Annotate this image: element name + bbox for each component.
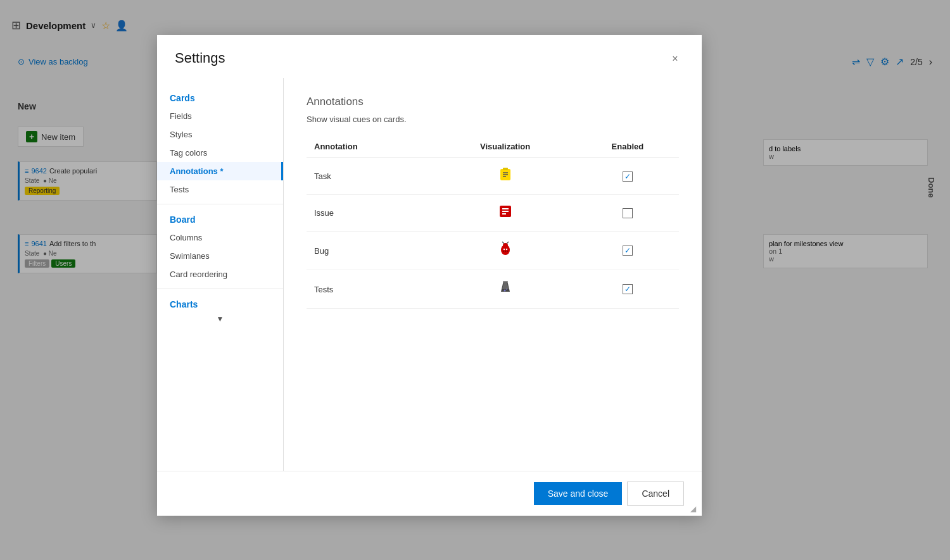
nav-item-card-reordering[interactable]: Card reordering xyxy=(157,265,283,283)
issue-viz-icon xyxy=(498,204,513,222)
svg-point-14 xyxy=(505,251,506,252)
task-checkbox[interactable] xyxy=(623,171,633,182)
annotation-name-task: Task xyxy=(307,158,434,195)
modal-footer: Save and close Cancel xyxy=(157,471,702,516)
svg-point-22 xyxy=(506,289,507,290)
modal-main-content: Annotations Show visual cues on cards. A… xyxy=(284,78,702,471)
cancel-button[interactable]: Cancel xyxy=(627,482,684,506)
svg-rect-1 xyxy=(503,168,508,170)
annotation-viz-issue xyxy=(434,195,576,232)
issue-checkbox[interactable] xyxy=(623,208,633,218)
svg-line-17 xyxy=(507,242,509,244)
annotation-row-bug: Bug xyxy=(307,232,679,270)
svg-rect-20 xyxy=(503,281,508,282)
nav-section-charts: Charts xyxy=(157,294,283,313)
nav-divider-1 xyxy=(157,204,283,204)
nav-item-fields[interactable]: Fields xyxy=(157,107,283,125)
tests-checkbox[interactable] xyxy=(623,284,633,294)
modal-resize-handle[interactable]: ◢ xyxy=(690,504,699,513)
annotation-viz-tests xyxy=(434,270,576,309)
svg-point-11 xyxy=(503,249,504,250)
annotation-enabled-tests[interactable] xyxy=(576,270,679,309)
svg-point-12 xyxy=(505,249,507,250)
tests-viz-icon xyxy=(497,279,514,299)
col-header-enabled: Enabled xyxy=(576,137,679,158)
svg-point-13 xyxy=(503,251,504,252)
svg-line-16 xyxy=(502,242,504,244)
nav-item-tests[interactable]: Tests xyxy=(157,180,283,199)
nav-item-styles[interactable]: Styles xyxy=(157,125,283,144)
annotation-row-tests: Tests xyxy=(307,270,679,309)
annotation-name-tests: Tests xyxy=(307,270,434,309)
annotation-name-bug: Bug xyxy=(307,232,434,270)
modal-body: Cards Fields Styles Tag colors Annotatio… xyxy=(157,78,702,471)
annotation-row-issue: Issue xyxy=(307,195,679,232)
settings-modal: Settings × Cards Fields Styles Tag color… xyxy=(157,35,702,516)
task-viz-icon xyxy=(498,167,513,185)
nav-item-swimlanes[interactable]: Swimlanes xyxy=(157,247,283,265)
content-section-title: Annotations xyxy=(307,96,679,108)
svg-point-15 xyxy=(507,251,508,252)
nav-section-cards: Cards xyxy=(157,88,283,107)
svg-point-21 xyxy=(504,290,505,292)
nav-item-columns[interactable]: Columns xyxy=(157,228,283,247)
annotations-table: Annotation Visualization Enabled Task xyxy=(307,137,679,309)
annotation-enabled-issue[interactable] xyxy=(576,195,679,232)
annotation-row-task: Task xyxy=(307,158,679,195)
annotation-enabled-bug[interactable] xyxy=(576,232,679,270)
nav-divider-2 xyxy=(157,289,283,289)
charts-scroll-arrow[interactable]: ▼ xyxy=(157,313,283,328)
annotation-viz-task xyxy=(434,158,576,195)
save-and-close-button[interactable]: Save and close xyxy=(534,482,623,505)
modal-title: Settings xyxy=(175,50,225,66)
bug-checkbox[interactable] xyxy=(623,246,633,256)
modal-header: Settings × xyxy=(157,35,702,78)
annotation-viz-bug xyxy=(434,232,576,270)
col-header-annotation: Annotation xyxy=(307,137,434,158)
col-header-visualization: Visualization xyxy=(434,137,576,158)
nav-item-annotations[interactable]: Annotations * xyxy=(157,162,283,180)
bug-viz-icon xyxy=(497,240,514,261)
content-description: Show visual cues on cards. xyxy=(307,115,679,124)
annotation-enabled-task[interactable] xyxy=(576,158,679,195)
annotation-name-issue: Issue xyxy=(307,195,434,232)
nav-item-tag-colors[interactable]: Tag colors xyxy=(157,144,283,162)
nav-section-board: Board xyxy=(157,209,283,228)
modal-close-button[interactable]: × xyxy=(666,50,684,68)
modal-navigation: Cards Fields Styles Tag colors Annotatio… xyxy=(157,78,284,471)
